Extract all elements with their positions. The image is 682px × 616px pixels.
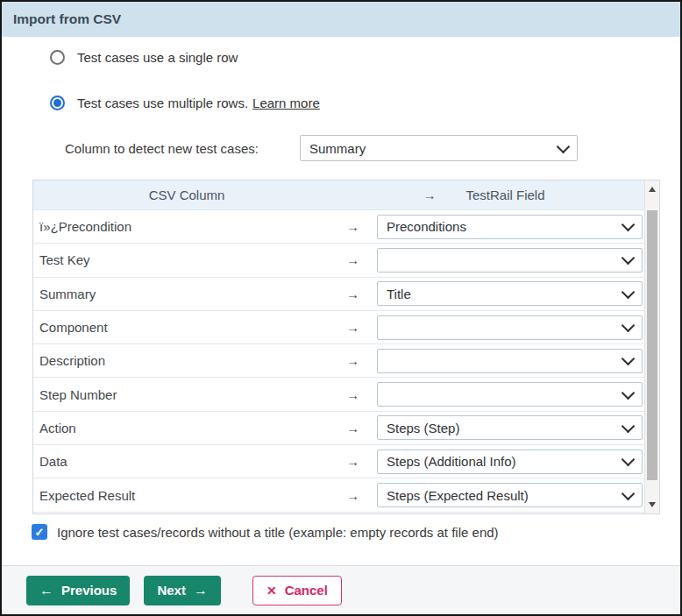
detect-column-label: Column to detect new test cases: (65, 141, 288, 156)
chevron-down-icon (557, 139, 571, 153)
arrow-right-icon: → (329, 488, 377, 503)
arrow-right-icon: → (329, 421, 377, 435)
table-row: Action → Steps (Step) (33, 412, 659, 445)
table-row: Expected Result → Steps (Expected Result… (33, 478, 659, 512)
arrow-right-icon: → (329, 353, 377, 368)
mapping-table-header: CSV Column → TestRail Field (33, 181, 659, 210)
dialog-title: Import from CSV (13, 11, 121, 27)
field-select-value: Preconditions (387, 219, 466, 234)
ignore-without-title-option[interactable]: ✓ Ignore test cases/records without a ti… (32, 524, 499, 540)
detect-column-select[interactable]: Summary (300, 135, 578, 161)
detect-column-row: Column to detect new test cases: Summary (65, 135, 578, 161)
arrow-right-icon: → (329, 387, 377, 402)
table-row: Data → Steps (Additional Info) (33, 445, 659, 478)
table-scrollbar[interactable] (644, 181, 659, 513)
field-select-value: Steps (Step) (387, 421, 459, 435)
radio-unselected-icon[interactable] (50, 50, 65, 65)
ignore-option-label: Ignore test cases/records without a titl… (57, 525, 499, 540)
mapping-table: CSV Column → TestRail Field ï»¿Precondit… (32, 180, 660, 514)
table-row: Test Key → (33, 244, 659, 277)
option-single-row[interactable]: Test cases use a single row (50, 50, 238, 65)
import-from-csv-dialog: Import from CSV Test cases use a single … (0, 0, 682, 616)
arrow-right-icon: → (329, 252, 377, 267)
arrow-right-icon: → (329, 287, 377, 301)
cancel-button[interactable]: ✕ Cancel (252, 576, 342, 605)
testrail-field-select[interactable] (377, 315, 643, 340)
chevron-down-icon (622, 486, 636, 500)
chevron-down-icon (622, 352, 636, 366)
scrollbar-thumb[interactable] (647, 210, 657, 480)
csv-column-label: Expected Result (39, 488, 329, 503)
option-single-row-label: Test cases use a single row (77, 50, 238, 65)
dialog-titlebar: Import from CSV (2, 2, 680, 37)
table-row: Description → (33, 344, 659, 378)
next-button-label: Next (157, 583, 186, 598)
radio-selected-icon[interactable] (50, 96, 65, 110)
dialog-footer: ← Previous Next → ✕ Cancel (2, 565, 680, 614)
option-multiple-rows-label: Test cases use multiple rows. (77, 96, 248, 110)
field-select-value: Title (387, 287, 411, 301)
field-select-value: Steps (Additional Info) (387, 454, 516, 469)
testrail-field-select[interactable]: Steps (Additional Info) (377, 450, 643, 474)
check-icon: ✓ (35, 526, 45, 539)
csv-column-label: Summary (39, 287, 329, 301)
next-button[interactable]: Next → (144, 576, 221, 605)
scroll-up-icon[interactable] (645, 181, 659, 198)
checkbox-checked-icon[interactable]: ✓ (32, 524, 47, 540)
chevron-down-icon (622, 386, 636, 400)
csv-column-header: CSV Column (33, 181, 340, 209)
testrail-field-select[interactable] (377, 248, 643, 273)
csv-column-label: Component (39, 320, 329, 335)
arrow-left-icon: ← (39, 583, 53, 598)
chevron-down-icon (622, 251, 636, 266)
detect-column-select-value: Summary (309, 141, 366, 156)
cancel-button-label: Cancel (285, 583, 328, 598)
csv-column-label: Data (39, 454, 329, 469)
chevron-down-icon (622, 285, 636, 299)
learn-more-link[interactable]: Learn more (252, 96, 320, 110)
previous-button-label: Previous (61, 583, 117, 598)
testrail-field-select[interactable]: Preconditions (377, 215, 643, 239)
csv-column-label: Action (39, 421, 329, 435)
option-multiple-rows[interactable]: Test cases use multiple rows. Learn more (50, 96, 320, 110)
field-select-value: Steps (Expected Result) (387, 488, 529, 503)
scroll-down-icon[interactable] (645, 496, 659, 513)
chevron-down-icon (622, 453, 636, 467)
x-icon: ✕ (266, 584, 277, 598)
arrow-right-icon: → (329, 320, 377, 335)
testrail-field-select[interactable] (377, 382, 643, 407)
csv-column-label: Description (39, 353, 329, 368)
arrow-right-icon: → (194, 583, 208, 598)
previous-button[interactable]: ← Previous (26, 576, 130, 605)
chevron-down-icon (622, 218, 636, 232)
testrail-field-select[interactable]: Steps (Expected Result) (377, 483, 643, 507)
table-row: Component → (33, 311, 659, 344)
table-row: ï»¿Precondition → Preconditions (33, 210, 659, 244)
csv-column-label: ï»¿Precondition (39, 219, 329, 234)
testrail-field-header: TestRail Field (375, 181, 636, 209)
chevron-down-icon (622, 319, 636, 333)
chevron-down-icon (622, 420, 636, 434)
table-row: Summary → Title (33, 278, 659, 311)
testrail-field-select[interactable]: Title (377, 281, 643, 306)
csv-column-label: Step Number (39, 387, 329, 402)
arrow-right-icon: → (329, 454, 377, 469)
csv-column-label: Test Key (39, 252, 329, 267)
arrow-right-icon: → (329, 219, 377, 234)
testrail-field-select[interactable]: Steps (Step) (377, 415, 643, 440)
testrail-field-select[interactable] (377, 349, 643, 373)
table-row: Step Number → (33, 378, 659, 411)
